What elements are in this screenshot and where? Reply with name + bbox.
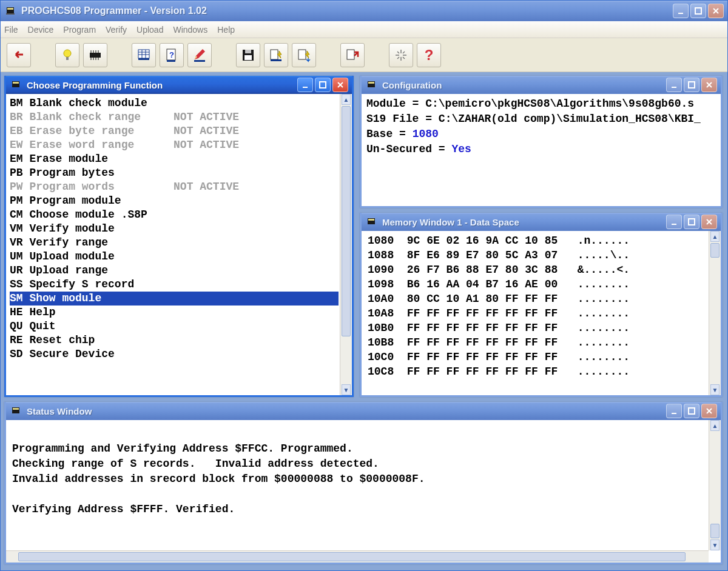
- menu-device[interactable]: Device: [28, 25, 54, 35]
- window-icon: [366, 79, 377, 90]
- scrollbar-vertical[interactable]: ▲ ▼: [340, 94, 352, 395]
- config-module-row: Module = C:\pemicro\pkgHCS08\Algorithms\…: [366, 96, 716, 112]
- svg-text:?: ?: [425, 47, 434, 63]
- menu-upload[interactable]: Upload: [136, 25, 163, 35]
- config-s19-label: S19 File =: [366, 113, 439, 125]
- chip-icon[interactable]: [83, 43, 107, 67]
- status-titlebar[interactable]: Status Window: [6, 402, 721, 420]
- scrollbar-vertical[interactable]: ▲ ▼: [709, 420, 721, 550]
- memory-row: 10C0 FF FF FF FF FF FF FF FF ........: [368, 350, 706, 364]
- memory-row: 10A8 FF FF FF FF FF FF FF FF ........: [368, 306, 706, 321]
- menu-windows[interactable]: Windows: [173, 25, 207, 35]
- scroll-up-icon[interactable]: ▲: [710, 231, 720, 242]
- function-item[interactable]: CM Choose module .S8P: [10, 208, 339, 222]
- scrollbar-vertical[interactable]: ▲ ▼: [709, 231, 721, 395]
- scroll-up-icon[interactable]: ▲: [342, 94, 351, 105]
- minimize-button[interactable]: [297, 78, 313, 92]
- minimize-button[interactable]: [666, 215, 682, 229]
- scroll-thumb[interactable]: [342, 106, 351, 336]
- doc-lightning-down-icon[interactable]: [292, 43, 316, 67]
- memory-body[interactable]: 1080 9C 6E 02 16 9A CC 10 85 .n......108…: [362, 231, 721, 395]
- grid-icon[interactable]: [132, 43, 156, 67]
- svg-rect-48: [303, 87, 308, 88]
- svg-rect-52: [672, 87, 676, 88]
- scroll-down-icon[interactable]: ▼: [710, 384, 720, 395]
- sparkle-icon[interactable]: [389, 43, 413, 67]
- memory-row: 10B0 FF FF FF FF FF FF FF FF ........: [368, 321, 706, 335]
- memory-titlebar[interactable]: Memory Window 1 - Data Space: [362, 213, 721, 231]
- main-window-controls: [673, 4, 724, 18]
- scroll-down-icon[interactable]: ▼: [710, 539, 720, 550]
- disk-icon[interactable]: [236, 43, 260, 67]
- minimize-button[interactable]: [673, 4, 689, 18]
- pencil-icon[interactable]: [187, 43, 212, 67]
- svg-rect-57: [689, 219, 695, 225]
- close-button[interactable]: [708, 4, 724, 18]
- maximize-button[interactable]: [684, 78, 699, 92]
- function-item[interactable]: RE Reset chip: [10, 333, 339, 347]
- function-item[interactable]: PB Program bytes: [10, 166, 339, 180]
- doc-question-icon[interactable]: ?: [160, 43, 184, 67]
- maximize-button[interactable]: [690, 4, 706, 18]
- back-arrow-icon[interactable]: [7, 43, 31, 67]
- status-title: Status Window: [27, 406, 661, 416]
- svg-rect-60: [672, 413, 676, 414]
- close-button[interactable]: [332, 78, 348, 92]
- functions-list[interactable]: BM Blank check moduleBR Blank check rang…: [6, 94, 352, 395]
- scroll-up-icon[interactable]: ▲: [710, 420, 720, 431]
- svg-line-42: [403, 57, 405, 59]
- minimize-button[interactable]: [666, 78, 682, 92]
- function-item[interactable]: QU Quit: [10, 319, 339, 333]
- functions-window: Choose Programming Function BM Blank che…: [4, 76, 354, 397]
- help-icon[interactable]: ?: [417, 43, 441, 67]
- memory-row: 10C8 FF FF FF FF FF FF FF FF ........: [368, 364, 706, 379]
- close-button[interactable]: [701, 215, 717, 229]
- scroll-thumb[interactable]: [710, 524, 720, 538]
- svg-rect-36: [347, 50, 354, 59]
- menu-verify[interactable]: Verify: [106, 25, 127, 35]
- function-item[interactable]: BR Blank check range NOT ACTIVE: [10, 110, 339, 124]
- doc-lightning-up-icon[interactable]: [264, 43, 288, 67]
- function-item[interactable]: HE Help: [10, 306, 339, 319]
- maximize-button[interactable]: [684, 215, 699, 229]
- scroll-thumb[interactable]: [18, 552, 686, 561]
- function-item[interactable]: SS Specify S record: [10, 278, 339, 292]
- function-item[interactable]: UM Upload module: [10, 250, 339, 264]
- function-item[interactable]: VM Verify module: [10, 222, 339, 236]
- scrollbar-horizontal[interactable]: [6, 550, 709, 563]
- function-item[interactable]: PM Program module: [10, 194, 339, 208]
- function-item[interactable]: EM Erase module: [10, 152, 339, 166]
- svg-rect-33: [271, 59, 281, 61]
- scroll-down-icon[interactable]: ▼: [342, 384, 351, 395]
- maximize-button[interactable]: [684, 404, 699, 418]
- function-item[interactable]: EB Erase byte range NOT ACTIVE: [10, 124, 339, 138]
- function-item[interactable]: PW Program words NOT ACTIVE: [10, 180, 339, 194]
- close-button[interactable]: [701, 404, 717, 418]
- minimize-button[interactable]: [666, 404, 682, 418]
- svg-rect-47: [13, 82, 19, 84]
- config-base-row: Base = 1080: [366, 127, 716, 142]
- svg-line-44: [397, 57, 399, 59]
- menu-file[interactable]: File: [4, 25, 18, 35]
- function-item[interactable]: UR Upload range: [10, 264, 339, 278]
- lightbulb-icon[interactable]: [55, 43, 79, 67]
- function-item[interactable]: BM Blank check module: [10, 96, 339, 110]
- svg-line-43: [403, 52, 405, 53]
- configuration-titlebar[interactable]: Configuration: [362, 76, 721, 94]
- scroll-thumb[interactable]: [710, 243, 720, 258]
- memory-row: 10B8 FF FF FF FF FF FF FF FF ........: [368, 335, 706, 350]
- function-item[interactable]: SD Secure Device: [10, 347, 339, 361]
- main-titlebar[interactable]: PROGHCS08 Programmer - Version 1.02: [1, 1, 727, 21]
- function-item[interactable]: VR Verify range: [10, 236, 339, 250]
- function-item[interactable]: EW Erase word range NOT ACTIVE: [10, 138, 339, 152]
- svg-rect-7: [90, 53, 101, 58]
- functions-titlebar[interactable]: Choose Programming Function: [6, 76, 352, 94]
- configuration-title: Configuration: [382, 80, 661, 90]
- doc-arrow-icon[interactable]: [340, 43, 365, 67]
- close-button[interactable]: [701, 78, 717, 92]
- maximize-button[interactable]: [315, 78, 331, 92]
- window-icon: [366, 216, 377, 227]
- function-item[interactable]: SM Show module: [10, 292, 339, 306]
- menu-help[interactable]: Help: [217, 25, 235, 35]
- menu-program[interactable]: Program: [63, 25, 96, 35]
